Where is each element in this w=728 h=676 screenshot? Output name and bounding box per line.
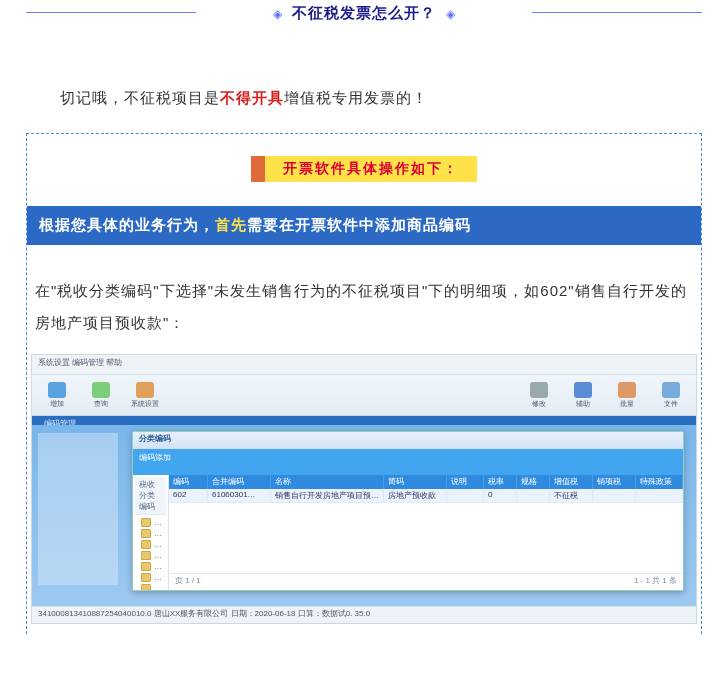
- dialog-classification: 分类编码 编码添加 税收分类编码 货物 劳务 销售服务 无形资产 不动产 未发生…: [132, 431, 684, 591]
- app-sidebar: [38, 433, 118, 585]
- toolbar-btn-settings[interactable]: 系统设置: [128, 378, 162, 412]
- col-special[interactable]: 特殊政策: [636, 475, 683, 489]
- intro-suffix: 增值税专用发票的！: [284, 89, 428, 106]
- tree-item[interactable]: 货物: [141, 517, 166, 528]
- blue-highlight: 首先: [215, 216, 247, 233]
- cell-code: 602: [169, 489, 208, 502]
- toolbar-btn-edit[interactable]: 修改: [522, 378, 556, 412]
- app-statusbar: 341000813410887254040010.0 唐山XX服务有限公司 日期…: [32, 606, 696, 623]
- tree-item[interactable]: 预付卡销售和充值: [141, 583, 166, 590]
- section-title: ◈ 不征税发票怎么开？ ◈: [0, 0, 728, 25]
- col-desc[interactable]: 说明: [447, 475, 484, 489]
- cell-short: 房地产预收款: [384, 489, 447, 502]
- col-merged[interactable]: 合并编码: [208, 475, 271, 489]
- instruction-box: 开票软件具体操作如下： 根据您具体的业务行为，首先需要在开票软件中添加商品编码 …: [26, 133, 702, 634]
- body-paragraph: 在"税收分类编码"下选择"未发生销售行为的不征税项目"下的明细项，如602"销售…: [27, 245, 701, 348]
- cell-spec: 不征税: [550, 489, 593, 502]
- col-rate[interactable]: 税率: [484, 475, 517, 489]
- tree-item[interactable]: 劳务: [141, 528, 166, 539]
- intro-prefix: 切记哦，不征税项目是: [60, 89, 220, 106]
- yellow-heading: 开票软件具体操作如下：: [251, 156, 477, 182]
- grid-row[interactable]: 602 61060301… 销售自行开发房地产项目预… 房地产预收款 0 不征税: [169, 489, 683, 503]
- col-name[interactable]: 名称: [271, 475, 384, 489]
- tree-item[interactable]: 销售服务: [141, 539, 166, 550]
- grid-pager[interactable]: 页 1 / 1 1 - 1 共 1 条: [169, 573, 683, 590]
- col-code[interactable]: 编码: [169, 475, 208, 489]
- diamond-icon: ◈: [273, 7, 282, 21]
- toolbar-btn-aux[interactable]: 辅助: [566, 378, 600, 412]
- intro-paragraph: 切记哦，不征税项目是不得开具增值税专用发票的！: [0, 83, 728, 113]
- body-text: 在"税收分类编码"下选择"未发生销售行为的不征税项目"下的明细项，如602"销售…: [35, 282, 687, 331]
- tree-item[interactable]: 无形资产: [141, 550, 166, 561]
- app-menubar[interactable]: 系统设置 编码管理 帮助: [32, 355, 696, 375]
- cell-rate: 0: [484, 489, 517, 502]
- toolbar-btn-search[interactable]: 查询: [84, 378, 118, 412]
- col-spec[interactable]: 规格: [517, 475, 550, 489]
- blue-suffix: 需要在开票软件中添加商品编码: [247, 216, 471, 233]
- app-main: 分类编码 编码添加 税收分类编码 货物 劳务 销售服务 无形资产 不动产 未发生…: [32, 425, 696, 607]
- pager-right: 1 - 1 共 1 条: [634, 575, 677, 589]
- dialog-toolbar[interactable]: 编码添加: [133, 449, 683, 475]
- tree-heading: 税收分类编码: [135, 477, 166, 515]
- category-tree[interactable]: 税收分类编码 货物 劳务 销售服务 无形资产 不动产 未发生销售行为的不征税项目…: [133, 475, 169, 590]
- intro-highlight: 不得开具: [220, 89, 284, 106]
- cell-name: 销售自行开发房地产项目预…: [271, 489, 384, 502]
- blue-prefix: 根据您具体的业务行为，: [39, 216, 215, 233]
- blue-heading: 根据您具体的业务行为，首先需要在开票软件中添加商品编码: [27, 206, 701, 245]
- app-toolbar: 增加 查询 系统设置 修改 辅助 批量 文件: [32, 375, 696, 416]
- result-grid: 编码 合并编码 名称 简码 说明 税率 规格 增值税 销项税 特殊政策: [169, 475, 683, 590]
- toolbar-btn-batch[interactable]: 批量: [610, 378, 644, 412]
- tree-item[interactable]: 未发生销售行为的不征税项目: [141, 572, 166, 583]
- tree-item[interactable]: 不动产: [141, 561, 166, 572]
- diamond-icon: ◈: [446, 7, 455, 21]
- app-screenshot: 系统设置 编码管理 帮助 增加 查询 系统设置 修改 辅助 批量 文件 编码管理…: [31, 354, 697, 624]
- col-vat[interactable]: 增值税: [550, 475, 593, 489]
- dialog-title: 分类编码: [133, 432, 683, 449]
- col-out[interactable]: 销项税: [593, 475, 636, 489]
- cell-merged: 61060301…: [208, 489, 271, 502]
- toolbar-btn-add[interactable]: 增加: [40, 378, 74, 412]
- col-short[interactable]: 简码: [384, 475, 447, 489]
- pager-left: 页 1 / 1: [175, 575, 201, 589]
- cell-desc: [447, 489, 484, 502]
- grid-header: 编码 合并编码 名称 简码 说明 税率 规格 增值税 销项税 特殊政策: [169, 475, 683, 489]
- toolbar-btn-file[interactable]: 文件: [654, 378, 688, 412]
- title-text: 不征税发票怎么开？: [292, 4, 436, 23]
